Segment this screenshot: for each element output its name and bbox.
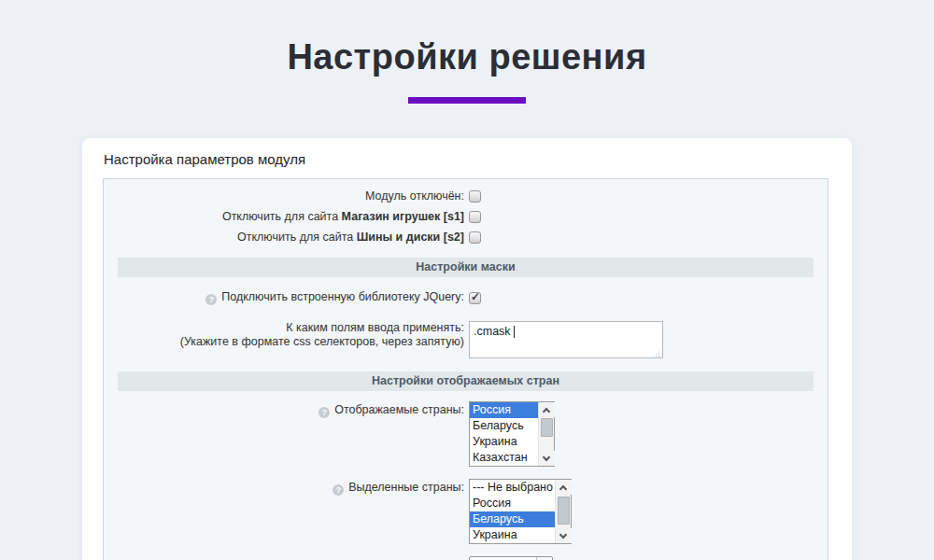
apply-fields-label: К каким полям ввода применять: (Укажите … xyxy=(104,321,464,349)
help-icon[interactable]: ? xyxy=(205,294,217,305)
disable-site1-checkbox[interactable] xyxy=(469,211,481,223)
row-disable-site2: Отключить для сайта Шины и диски [s2] xyxy=(104,227,828,247)
row-default-country: ?Страна по умолчанию: Беларусь xyxy=(104,556,828,560)
option-kazakhstan[interactable]: Казахстан xyxy=(470,450,538,466)
help-icon[interactable]: ? xyxy=(333,484,344,496)
page-title: Настройки решения xyxy=(0,37,934,77)
displayed-countries-label: ?Отображаемые страны: xyxy=(104,401,464,418)
option-ukraine[interactable]: Украина xyxy=(470,527,555,543)
disable-site1-label-prefix: Отключить для сайта xyxy=(222,210,342,223)
scrollbar-thumb[interactable] xyxy=(541,418,553,437)
disable-site2-label-prefix: Отключить для сайта xyxy=(237,231,357,244)
jquery-label-text: Подключить встроенную библиотеку JQuery: xyxy=(221,290,464,303)
jquery-label: ?Подключить встроенную библиотеку JQuery… xyxy=(104,290,464,305)
selected-countries-label: ?Выделенные страны: xyxy=(104,479,464,496)
row-apply-fields: К каким полям ввода применять: (Укажите … xyxy=(104,321,828,361)
selected-countries-label-text: Выделенные страны: xyxy=(348,481,464,494)
module-disabled-checkbox[interactable] xyxy=(469,190,481,203)
css-selectors-textarea[interactable]: .cmask xyxy=(469,321,663,358)
default-country-select[interactable]: Беларусь xyxy=(469,556,553,560)
listbox-scrollbar[interactable] xyxy=(538,402,554,466)
module-disabled-label-text: Модуль отключён: xyxy=(365,189,464,203)
scroll-down-icon[interactable] xyxy=(539,451,555,466)
row-module-disabled: Модуль отключён: xyxy=(104,186,828,206)
jquery-checkbox[interactable] xyxy=(469,292,481,304)
section-displayed-countries: Настройки отображаемых стран xyxy=(118,371,814,391)
row-jquery: ?Подключить встроенную библиотеку JQuery… xyxy=(104,287,828,308)
listbox-scrollbar[interactable] xyxy=(555,480,571,543)
selected-countries-listbox[interactable]: --- Не выбрано --- Россия Беларусь Украи… xyxy=(469,479,572,544)
section-mask-settings: Настройки маски xyxy=(118,258,814,277)
displayed-countries-listbox[interactable]: Россия Беларусь Украина Казахстан xyxy=(469,401,555,467)
module-disabled-label: Модуль отключён: xyxy=(104,189,464,203)
option-russia[interactable]: Россия xyxy=(470,496,555,511)
scroll-up-icon[interactable] xyxy=(556,480,572,495)
displayed-countries-label-text: Отображаемые страны: xyxy=(334,403,464,416)
scrollbar-thumb[interactable] xyxy=(558,497,570,525)
module-settings-form: Модуль отключён: Отключить для сайта Маг… xyxy=(103,178,828,560)
disable-site1-label-bold: Магазин игрушек [s1] xyxy=(342,210,464,223)
option-ukraine[interactable]: Украина xyxy=(470,434,538,450)
option-belarus[interactable]: Беларусь xyxy=(470,418,538,434)
disable-site2-label: Отключить для сайта Шины и диски [s2] xyxy=(104,231,464,245)
resize-grip-icon[interactable] xyxy=(659,357,660,357)
disable-site1-label: Отключить для сайта Магазин игрушек [s1] xyxy=(104,210,464,224)
help-icon[interactable]: ? xyxy=(318,407,330,418)
option-belarus[interactable]: Беларусь xyxy=(470,511,555,527)
disable-site2-checkbox[interactable] xyxy=(469,231,481,244)
panel-header: Настройка параметров модуля xyxy=(82,138,852,176)
row-displayed-countries: ?Отображаемые страны: Россия Беларусь Ук… xyxy=(104,401,828,467)
disable-site2-label-bold: Шины и диски [s2] xyxy=(357,231,464,244)
scroll-down-icon[interactable] xyxy=(556,528,572,543)
row-selected-countries: ?Выделенные страны: --- Не выбрано --- Р… xyxy=(104,479,828,544)
scroll-up-icon[interactable] xyxy=(539,402,555,417)
option-not-selected[interactable]: --- Не выбрано --- xyxy=(470,480,555,496)
text-cursor xyxy=(514,326,515,338)
row-disable-site1: Отключить для сайта Магазин игрушек [s1] xyxy=(104,206,828,227)
module-settings-panel: Настройка параметров модуля Модуль отклю… xyxy=(82,138,852,560)
apply-fields-label-line1: К каким полям ввода применять: xyxy=(286,321,464,334)
apply-fields-label-line2: (Укажите в формате css селекторов, через… xyxy=(180,335,464,348)
option-russia[interactable]: Россия xyxy=(470,402,538,418)
title-accent-underline xyxy=(408,97,526,104)
